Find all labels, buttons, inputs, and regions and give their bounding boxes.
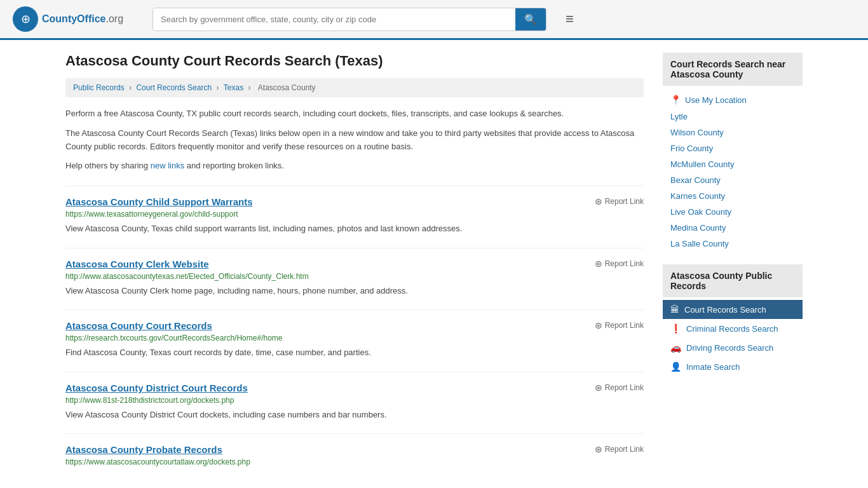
record-type-label: Driving Records Search bbox=[686, 343, 773, 353]
main-container: Atascosa County Court Records Search (Te… bbox=[53, 40, 815, 483]
record-url[interactable]: https://www.texasattorneygeneral.gov/chi… bbox=[65, 210, 644, 219]
report-link[interactable]: ⊛ Report Link bbox=[595, 196, 644, 207]
record-desc: Find Atascosa County, Texas court record… bbox=[65, 346, 644, 359]
record-header: Atascosa County Clerk Website ⊛ Report L… bbox=[65, 259, 644, 269]
desc-1: Perform a free Atascosa County, TX publi… bbox=[65, 107, 644, 121]
search-button[interactable]: 🔍 bbox=[515, 8, 546, 30]
record-desc: View Atascosa County District Court dock… bbox=[65, 409, 644, 421]
record-title[interactable]: Atascosa County Clerk Website bbox=[65, 259, 209, 269]
public-records-items: 🏛 Court Records Search ❗ Criminal Record… bbox=[663, 300, 803, 376]
search-bar[interactable]: 🔍 bbox=[153, 8, 546, 31]
record-title[interactable]: Atascosa County Child Support Warrants bbox=[65, 196, 252, 207]
public-record-item[interactable]: 🏛 Court Records Search bbox=[663, 300, 803, 319]
search-input[interactable] bbox=[153, 10, 515, 29]
sidebar: Court Records Search near Atascosa Count… bbox=[663, 53, 803, 470]
desc-3: Help others by sharing new links and rep… bbox=[65, 159, 644, 173]
record-title[interactable]: Atascosa County District Court Records bbox=[65, 383, 248, 393]
header: ⊕ CountyOffice.org 🔍 ≡ bbox=[0, 0, 868, 40]
record-type-label: Inmate Search bbox=[686, 362, 740, 372]
nearby-section: Court Records Search near Atascosa Count… bbox=[663, 53, 803, 252]
record-header: Atascosa County District Court Records ⊛… bbox=[65, 383, 644, 393]
breadcrumb-public-records[interactable]: Public Records bbox=[73, 83, 125, 92]
record-url[interactable]: https://www.atascosacountycourtatlaw.org… bbox=[65, 458, 644, 466]
record-url[interactable]: http://www.atascosacountytexas.net/Elect… bbox=[65, 272, 644, 281]
report-icon: ⊛ bbox=[595, 383, 602, 393]
location-icon: 📍 bbox=[670, 95, 681, 105]
nearby-link[interactable]: Karnes County bbox=[663, 188, 803, 204]
nearby-link[interactable]: Bexar County bbox=[663, 172, 803, 188]
record-type-icon: 🚗 bbox=[670, 342, 681, 353]
record-header: Atascosa County Court Records ⊛ Report L… bbox=[65, 320, 644, 331]
nearby-link[interactable]: La Salle County bbox=[663, 236, 803, 252]
record-desc: View Atascosa County, Texas child suppor… bbox=[65, 222, 644, 235]
public-record-item[interactable]: 🚗 Driving Records Search bbox=[663, 338, 803, 357]
record-header: Atascosa County Child Support Warrants ⊛… bbox=[65, 196, 644, 207]
breadcrumb-court-records[interactable]: Court Records Search bbox=[136, 83, 212, 92]
record-desc: View Atascosa County Clerk home page, in… bbox=[65, 285, 644, 297]
record-type-label: Court Records Search bbox=[684, 305, 766, 315]
logo-icon: ⊕ bbox=[13, 6, 38, 32]
record-title[interactable]: Atascosa County Probate Records bbox=[65, 444, 222, 455]
record-url[interactable]: http://www.81st-218thdistrictcourt.org/d… bbox=[65, 396, 644, 405]
report-link[interactable]: ⊛ Report Link bbox=[595, 259, 644, 269]
record-entry: Atascosa County Child Support Warrants ⊛… bbox=[65, 186, 644, 235]
nearby-link[interactable]: Frio County bbox=[663, 140, 803, 156]
nearby-link[interactable]: Lytle bbox=[663, 109, 803, 125]
record-entry: Atascosa County Court Records ⊛ Report L… bbox=[65, 309, 644, 359]
record-header: Atascosa County Probate Records ⊛ Report… bbox=[65, 444, 644, 455]
report-link[interactable]: ⊛ Report Link bbox=[595, 383, 644, 393]
main-content: Atascosa County Court Records Search (Te… bbox=[65, 53, 644, 470]
nearby-link[interactable]: McMullen County bbox=[663, 156, 803, 172]
records-list: Atascosa County Child Support Warrants ⊛… bbox=[65, 186, 644, 466]
nearby-links: LytleWilson CountyFrio CountyMcMullen Co… bbox=[663, 109, 803, 252]
report-link[interactable]: ⊛ Report Link bbox=[595, 444, 644, 454]
record-type-icon: 🏛 bbox=[670, 304, 679, 315]
menu-button[interactable]: ≡ bbox=[566, 11, 574, 27]
logo-text: CountyOffice.org bbox=[42, 13, 123, 25]
report-icon: ⊛ bbox=[595, 320, 602, 330]
report-link[interactable]: ⊛ Report Link bbox=[595, 320, 644, 330]
record-url[interactable]: https://research.txcourts.gov/CourtRecor… bbox=[65, 334, 644, 342]
record-type-icon: ❗ bbox=[670, 323, 681, 334]
public-record-item[interactable]: ❗ Criminal Records Search bbox=[663, 319, 803, 338]
report-icon: ⊛ bbox=[595, 259, 602, 269]
record-entry: Atascosa County District Court Records ⊛… bbox=[65, 372, 644, 421]
breadcrumb-current: Atascosa County bbox=[258, 83, 316, 92]
record-type-icon: 👤 bbox=[670, 362, 681, 372]
record-entry: Atascosa County Clerk Website ⊛ Report L… bbox=[65, 248, 644, 297]
record-title[interactable]: Atascosa County Court Records bbox=[65, 320, 212, 331]
use-my-location[interactable]: 📍 Use My Location bbox=[663, 91, 803, 109]
breadcrumb: Public Records › Court Records Search › … bbox=[65, 78, 644, 97]
record-entry: Atascosa County Probate Records ⊛ Report… bbox=[65, 433, 644, 466]
new-links-link[interactable]: new links bbox=[151, 161, 184, 170]
public-records-section: Atascosa County Public Records 🏛 Court R… bbox=[663, 264, 803, 376]
nearby-link[interactable]: Live Oak County bbox=[663, 204, 803, 220]
page-title: Atascosa County Court Records Search (Te… bbox=[65, 53, 644, 69]
nearby-heading: Court Records Search near Atascosa Count… bbox=[663, 53, 803, 86]
public-records-heading: Atascosa County Public Records bbox=[663, 264, 803, 297]
public-record-item[interactable]: 👤 Inmate Search bbox=[663, 357, 803, 376]
report-icon: ⊛ bbox=[595, 196, 602, 207]
nearby-link[interactable]: Medina County bbox=[663, 220, 803, 236]
nearby-link[interactable]: Wilson County bbox=[663, 125, 803, 140]
desc-2: The Atascosa County Court Records Search… bbox=[65, 127, 644, 154]
report-icon: ⊛ bbox=[595, 444, 602, 454]
record-type-label: Criminal Records Search bbox=[686, 324, 778, 334]
description: Perform a free Atascosa County, TX publi… bbox=[65, 107, 644, 173]
logo-area: ⊕ CountyOffice.org bbox=[13, 6, 140, 32]
breadcrumb-texas[interactable]: Texas bbox=[224, 83, 243, 92]
